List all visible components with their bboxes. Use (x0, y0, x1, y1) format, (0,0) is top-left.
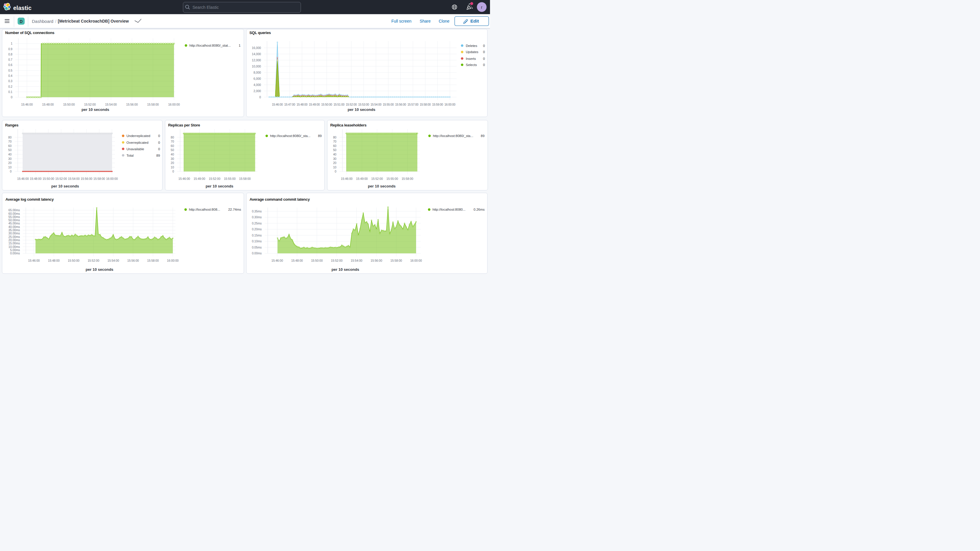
svg-text:15:58:00: 15:58:00 (420, 103, 431, 106)
svg-text:15:48:00: 15:48:00 (297, 103, 308, 106)
svg-text:per 10 seconds: per 10 seconds (348, 107, 375, 112)
svg-text:15:46:00: 15:46:00 (21, 103, 33, 106)
svg-text:15:48:00: 15:48:00 (48, 259, 60, 262)
svg-text:r: r (481, 5, 482, 10)
svg-text:15:55:00: 15:55:00 (383, 103, 394, 106)
svg-text:15:52:00: 15:52:00 (55, 177, 67, 180)
svg-text:15:46:00: 15:46:00 (272, 103, 283, 106)
svg-text:0.6: 0.6 (8, 64, 12, 67)
svg-text:0.5: 0.5 (8, 69, 12, 72)
svg-text:0: 0 (483, 57, 485, 61)
svg-text:0.05ms: 0.05ms (252, 246, 261, 249)
svg-text:15:50:00: 15:50:00 (311, 259, 323, 262)
svg-text:15:47:00: 15:47:00 (284, 103, 296, 106)
svg-text:15:46:00: 15:46:00 (271, 259, 283, 262)
svg-text:15.00ms: 15.00ms (8, 242, 20, 245)
svg-text:1: 1 (239, 44, 240, 47)
svg-text:http://localhost:8080/_sta...: http://localhost:8080/_sta... (270, 134, 310, 138)
svg-text:40: 40 (8, 153, 12, 156)
svg-text:80: 80 (8, 136, 12, 139)
svg-text:Number of SQL connections: Number of SQL connections (5, 30, 54, 35)
svg-text:14,000: 14,000 (252, 53, 261, 56)
svg-text:http://localhost:808...: http://localhost:808... (189, 208, 220, 211)
svg-text:Dashboard: Dashboard (32, 19, 53, 24)
svg-text:15:49:00: 15:49:00 (309, 103, 320, 106)
svg-text:0.30ms: 0.30ms (252, 216, 261, 219)
svg-text:0.35ms: 0.35ms (252, 210, 261, 213)
svg-text:15:46:00: 15:46:00 (17, 177, 29, 180)
svg-text:0: 0 (335, 170, 337, 173)
svg-text:Share: Share (420, 19, 431, 24)
svg-text:15:54:00: 15:54:00 (68, 177, 80, 180)
svg-text:15:50:00: 15:50:00 (321, 103, 332, 106)
svg-text:16:00:00: 16:00:00 (168, 103, 180, 106)
svg-text:elastic: elastic (13, 5, 32, 11)
svg-text:15:58:00: 15:58:00 (147, 103, 159, 106)
svg-text:15:56:00: 15:56:00 (371, 259, 382, 262)
svg-text:0: 0 (158, 134, 160, 138)
svg-text:Replica leaseholders: Replica leaseholders (330, 123, 366, 127)
svg-text:Average log commit latency: Average log commit latency (6, 197, 54, 202)
svg-text:15:56:00: 15:56:00 (127, 259, 139, 262)
svg-text:Full screen: Full screen (391, 19, 411, 24)
svg-text:6,000: 6,000 (253, 77, 261, 80)
svg-text:15:52:00: 15:52:00 (208, 177, 220, 180)
svg-text:60: 60 (171, 144, 174, 148)
svg-text:per 10 seconds: per 10 seconds (368, 184, 396, 188)
svg-text:40: 40 (171, 153, 174, 156)
svg-text:50: 50 (171, 148, 174, 152)
svg-text:Updates: Updates (466, 50, 479, 54)
svg-text:15:56:00: 15:56:00 (81, 177, 92, 180)
svg-text:15:57:00: 15:57:00 (407, 103, 419, 106)
svg-text:15:48:00: 15:48:00 (30, 177, 42, 180)
svg-text:20: 20 (8, 161, 12, 165)
svg-text:2,000: 2,000 (253, 89, 261, 93)
svg-text:15:56:00: 15:56:00 (126, 103, 138, 106)
svg-text:65.00ms: 65.00ms (8, 209, 20, 212)
svg-text:15:52:00: 15:52:00 (346, 103, 357, 106)
svg-text:15:52:00: 15:52:00 (84, 103, 96, 106)
svg-text:0: 0 (172, 170, 174, 173)
svg-text:16,000: 16,000 (252, 46, 261, 49)
svg-text:Unavailable: Unavailable (126, 147, 144, 151)
svg-text:15:54:00: 15:54:00 (107, 259, 119, 262)
svg-text:Replicas per Store: Replicas per Store (168, 123, 200, 127)
svg-text:Deletes: Deletes (466, 44, 477, 48)
svg-text:15:48:00: 15:48:00 (42, 103, 54, 106)
svg-text:0.15ms: 0.15ms (252, 234, 261, 237)
svg-text:10: 10 (333, 166, 337, 169)
svg-text:15:52:00: 15:52:00 (88, 259, 99, 262)
svg-text:Overreplicated: Overreplicated (126, 141, 148, 144)
svg-text:1: 1 (11, 42, 13, 45)
svg-text:15:53:00: 15:53:00 (358, 103, 369, 106)
svg-text:15:55:00: 15:55:00 (224, 177, 235, 180)
svg-text:15:54:00: 15:54:00 (351, 259, 363, 262)
svg-text:SQL queries: SQL queries (250, 30, 271, 35)
svg-text:Search Elastic: Search Elastic (192, 5, 219, 10)
svg-text:http://localhost:8080/_stat...: http://localhost:8080/_stat... (189, 44, 231, 47)
svg-text:60.00ms: 60.00ms (8, 212, 20, 215)
svg-text:5.00ms: 5.00ms (10, 248, 20, 252)
svg-text:15:58:00: 15:58:00 (147, 259, 159, 262)
svg-text:0.26ms: 0.26ms (474, 208, 485, 211)
svg-text:15:50:00: 15:50:00 (68, 259, 80, 262)
svg-text:0: 0 (158, 147, 160, 151)
svg-text:10: 10 (8, 166, 12, 169)
svg-text:Underreplicated: Underreplicated (126, 134, 150, 138)
svg-text:30: 30 (171, 157, 174, 161)
svg-text:15:48:00: 15:48:00 (291, 259, 303, 262)
svg-text:10,000: 10,000 (252, 65, 261, 68)
svg-text:Ranges: Ranges (5, 123, 19, 127)
svg-text:80: 80 (333, 136, 337, 139)
svg-text:http://localhost:8080...: http://localhost:8080... (433, 208, 466, 211)
svg-text:http://localhost:8080/_sta...: http://localhost:8080/_sta... (433, 134, 473, 138)
svg-text:Selects: Selects (466, 63, 477, 67)
svg-text:30.00ms: 30.00ms (8, 232, 20, 235)
svg-text:Average command commit latency: Average command commit latency (250, 197, 310, 202)
svg-text:0.9: 0.9 (8, 48, 12, 51)
svg-text:4,000: 4,000 (253, 83, 261, 86)
svg-text:0.20ms: 0.20ms (252, 228, 261, 231)
svg-text:89: 89 (318, 134, 322, 138)
svg-text:0.00ms: 0.00ms (252, 252, 261, 255)
svg-text:40.00ms: 40.00ms (8, 225, 20, 229)
